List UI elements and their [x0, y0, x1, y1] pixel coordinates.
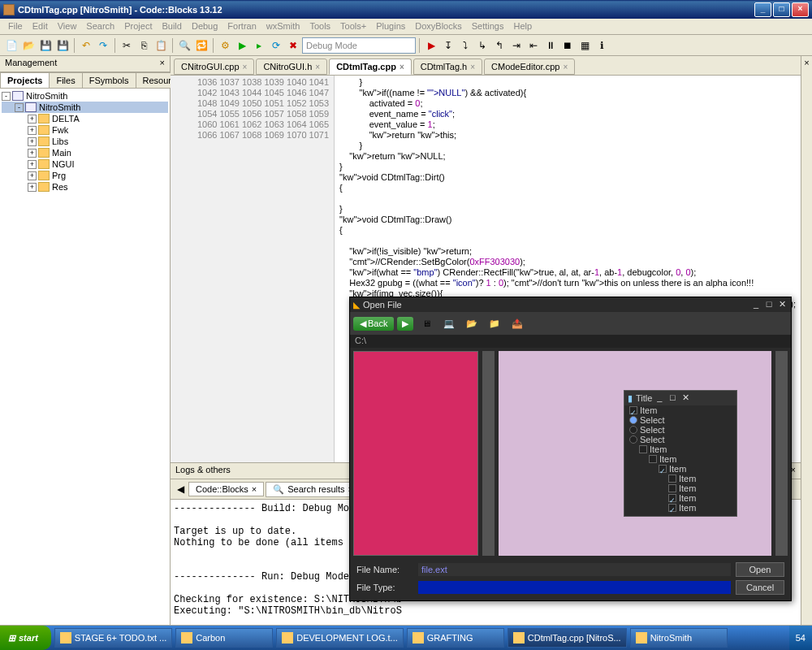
- debug-start-icon[interactable]: ▶: [423, 37, 439, 54]
- save-all-icon[interactable]: 💾: [54, 37, 71, 54]
- menu-plugins[interactable]: Plugins: [371, 20, 410, 32]
- taskbar-item[interactable]: GRAFTING: [407, 628, 504, 648]
- system-tray[interactable]: 54: [789, 626, 812, 650]
- right-gutter-close-icon[interactable]: ×: [801, 56, 812, 69]
- step-into-icon[interactable]: ↳: [474, 37, 490, 54]
- taskbar-item[interactable]: NitroSmith: [630, 628, 728, 648]
- menu-project[interactable]: Project: [119, 20, 157, 32]
- start-button[interactable]: ⊞start: [0, 626, 51, 650]
- menu-help[interactable]: Help: [508, 20, 537, 32]
- editor-tab[interactable]: CNitroGUI.cpp×: [174, 58, 254, 75]
- list-item[interactable]: Item: [624, 474, 736, 483]
- run-to-cursor-icon[interactable]: ↧: [440, 37, 456, 54]
- close-button[interactable]: ×: [792, 2, 809, 17]
- log-tab-search[interactable]: 🔍 Search results×: [266, 482, 361, 497]
- filename-input[interactable]: [418, 563, 731, 576]
- build-run-icon[interactable]: ▸: [251, 37, 267, 54]
- checkbox-icon[interactable]: [668, 504, 676, 512]
- forward-button[interactable]: ▶: [397, 317, 413, 331]
- undo-icon[interactable]: ↶: [78, 37, 94, 54]
- open-icon[interactable]: 📂: [20, 37, 37, 54]
- taskbar-item[interactable]: STAGE 6+ TODO.txt ...: [54, 628, 172, 648]
- next-line-icon[interactable]: ⤵: [457, 37, 473, 54]
- list-item[interactable]: Select: [624, 415, 736, 425]
- editor-tab[interactable]: CModeEditor.cpp×: [484, 58, 575, 75]
- mgmt-tab-projects[interactable]: Projects: [0, 72, 50, 88]
- menu-fortran[interactable]: Fortran: [222, 20, 261, 32]
- step-out-icon[interactable]: ↰: [491, 37, 508, 54]
- tab-close-icon[interactable]: ×: [470, 63, 475, 72]
- menu-search[interactable]: Search: [81, 20, 119, 32]
- menu-build[interactable]: Build: [157, 20, 186, 32]
- checkbox-icon[interactable]: [629, 406, 637, 414]
- list-item[interactable]: Item: [624, 503, 736, 513]
- tree-item[interactable]: +NGUI: [2, 158, 168, 170]
- minimize-button[interactable]: _: [754, 2, 771, 17]
- filearea-scrollbar[interactable]: [775, 351, 788, 556]
- menu-debug[interactable]: Debug: [187, 20, 222, 32]
- menu-doxyblocks[interactable]: DoxyBlocks: [410, 20, 466, 32]
- checkbox-icon[interactable]: [668, 474, 676, 483]
- dialog-titlebar[interactable]: ◣ Open File _ □ ✕: [350, 297, 791, 312]
- tree-item[interactable]: +Libs: [2, 136, 168, 147]
- new-folder-icon[interactable]: 📁: [485, 314, 504, 332]
- desktop-icon[interactable]: 🖥: [417, 314, 436, 332]
- tree-item[interactable]: +Fwk: [2, 124, 168, 136]
- taskbar-item[interactable]: CDtmlTag.cpp [NitroS...: [508, 628, 627, 648]
- step-instr-icon[interactable]: ⇤: [525, 37, 542, 54]
- tree-item[interactable]: +Main: [2, 147, 168, 158]
- tab-close-icon[interactable]: ×: [563, 63, 568, 72]
- up-folder-icon[interactable]: 📤: [508, 314, 527, 332]
- dialog-sidebar[interactable]: [353, 351, 478, 556]
- tree-item[interactable]: +DELTA: [2, 113, 168, 124]
- dialog-minimize-icon[interactable]: _: [750, 299, 762, 310]
- checkbox-icon[interactable]: [668, 494, 676, 502]
- break-icon[interactable]: ⏸: [542, 37, 559, 54]
- save-icon[interactable]: 💾: [37, 37, 54, 54]
- dialog-path[interactable]: C:\: [350, 335, 791, 348]
- menu-tools[interactable]: Tools: [304, 20, 335, 32]
- list-item[interactable]: Select: [624, 425, 736, 435]
- folder-icon[interactable]: 📂: [462, 314, 482, 332]
- checkbox-icon[interactable]: [668, 484, 676, 492]
- tree-item[interactable]: +Res: [2, 181, 168, 193]
- editor-tab[interactable]: CDtmlTag.cpp×: [329, 58, 412, 75]
- menu-edit[interactable]: Edit: [28, 20, 53, 32]
- list-item[interactable]: Item: [624, 483, 736, 493]
- editor-tab[interactable]: CNitroGUI.h×: [256, 58, 327, 75]
- next-instr-icon[interactable]: ⇥: [508, 37, 525, 54]
- dialog-close-icon[interactable]: ✕: [776, 299, 788, 310]
- build-icon[interactable]: ⚙: [217, 37, 233, 54]
- radio-icon[interactable]: [629, 426, 637, 434]
- panel-close-icon[interactable]: ×: [160, 58, 165, 70]
- tab-close-icon[interactable]: ×: [400, 63, 404, 72]
- list-item[interactable]: Item: [624, 464, 736, 474]
- filetype-input[interactable]: [418, 581, 731, 594]
- debug-windows-icon[interactable]: ▦: [577, 37, 593, 54]
- subdialog-titlebar[interactable]: ▮ Title _ □ ✕: [624, 391, 736, 405]
- sidebar-scrollbar[interactable]: [482, 351, 495, 556]
- rebuild-icon[interactable]: ⟳: [268, 37, 284, 54]
- build-target-combo[interactable]: Debug Mode: [302, 37, 416, 54]
- list-item[interactable]: Select: [624, 435, 736, 444]
- computer-icon[interactable]: 💻: [439, 314, 459, 332]
- tab-close-icon[interactable]: ×: [243, 63, 248, 72]
- maximize-button[interactable]: □: [773, 2, 790, 17]
- log-tab-codeblocks[interactable]: Code::Blocks×: [188, 482, 264, 496]
- tree-item[interactable]: -NitroSmith: [2, 90, 168, 102]
- taskbar-item[interactable]: DEVELOPMENT LOG.t...: [276, 628, 404, 648]
- list-item[interactable]: Item: [624, 493, 736, 503]
- stop-icon[interactable]: ⏹: [559, 37, 576, 54]
- radio-icon[interactable]: [629, 436, 637, 444]
- cut-icon[interactable]: ✂: [119, 37, 135, 54]
- menu-settings[interactable]: Settings: [467, 20, 509, 32]
- dialog-maximize-icon[interactable]: □: [763, 299, 775, 310]
- paste-icon[interactable]: 📋: [153, 37, 169, 54]
- checkbox-icon[interactable]: [639, 445, 647, 453]
- radio-icon[interactable]: [629, 416, 637, 424]
- list-item[interactable]: Item: [624, 405, 736, 415]
- tree-item[interactable]: -NitroSmith: [2, 102, 168, 113]
- menu-wxsmith[interactable]: wxSmith: [261, 20, 305, 32]
- copy-icon[interactable]: ⎘: [136, 37, 152, 54]
- tab-close-icon[interactable]: ×: [315, 63, 320, 72]
